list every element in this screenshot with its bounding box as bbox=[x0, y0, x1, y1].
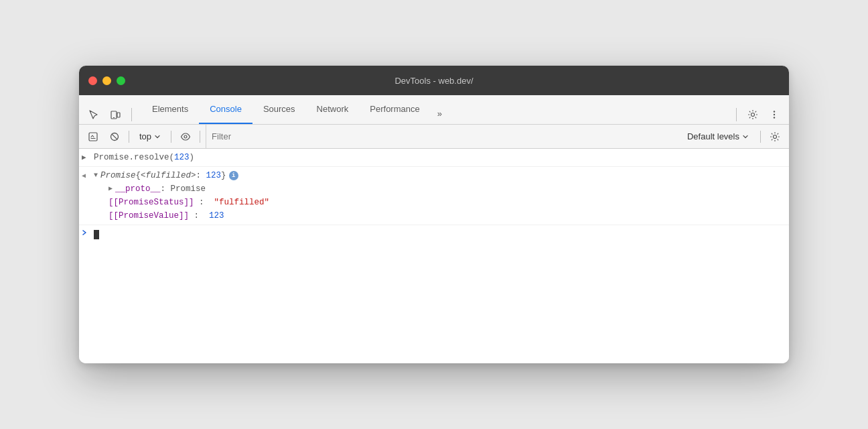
tabs: Elements Console Sources Network Perform… bbox=[141, 95, 449, 124]
console-content: ▶ Promise.resolve(123) ◀ ▼ Promise { <fu… bbox=[79, 149, 789, 363]
proto-key: __proto__ bbox=[115, 182, 161, 196]
expression-text: Promise.resolve(123) bbox=[94, 153, 194, 162]
promise-brace-open: { bbox=[136, 169, 141, 182]
svg-point-12 bbox=[774, 135, 777, 138]
proto-value: Promise bbox=[171, 182, 206, 196]
vertical-dots-icon bbox=[769, 109, 780, 120]
expression-arrow[interactable]: ▶ bbox=[82, 151, 94, 164]
svg-rect-1 bbox=[117, 113, 120, 117]
tab-elements[interactable]: Elements bbox=[141, 95, 199, 124]
console-separator-2 bbox=[171, 131, 171, 143]
tabbar-right-icons bbox=[732, 105, 784, 124]
promise-status-key: [[PromiseStatus]] bbox=[108, 198, 194, 207]
settings-button[interactable] bbox=[743, 105, 762, 124]
eye-button[interactable] bbox=[177, 128, 194, 145]
tab-performance[interactable]: Performance bbox=[359, 95, 430, 124]
promise-header: ▼ Promise { <fulfilled> : 123 } i bbox=[94, 169, 784, 182]
promise-colon: : bbox=[196, 169, 206, 182]
titlebar: DevTools - web.dev/ bbox=[79, 66, 789, 95]
svg-point-3 bbox=[751, 113, 755, 117]
execute-script-button[interactable] bbox=[84, 128, 102, 145]
filter-input-wrap bbox=[206, 125, 677, 148]
ban-icon bbox=[109, 131, 120, 142]
traffic-lights bbox=[88, 76, 125, 85]
console-separator-4 bbox=[760, 131, 761, 143]
gear-icon bbox=[747, 109, 758, 120]
chevron-down-icon bbox=[154, 133, 161, 140]
proto-arrow[interactable]: ▶ bbox=[108, 184, 113, 194]
eye-icon bbox=[180, 131, 191, 142]
default-levels-button[interactable]: Default levels bbox=[681, 129, 755, 143]
console-separator-1 bbox=[129, 131, 129, 143]
expression-number: 123 bbox=[174, 153, 190, 162]
maximize-button[interactable] bbox=[117, 76, 125, 85]
console-toolbar: top Default levels bbox=[79, 125, 789, 149]
device-toolbar-button[interactable] bbox=[106, 105, 125, 124]
promise-value: 123 bbox=[206, 169, 222, 182]
promise-value-row: [[PromiseValue]] : 123 bbox=[94, 209, 784, 223]
console-cursor bbox=[94, 230, 99, 239]
inspect-element-button[interactable] bbox=[84, 105, 103, 124]
promise-status-value: "fulfilled" bbox=[214, 198, 270, 207]
clear-console-button[interactable] bbox=[106, 128, 123, 145]
tab-sources[interactable]: Sources bbox=[252, 95, 306, 124]
console-row-expression: ▶ Promise.resolve(123) bbox=[79, 149, 789, 167]
more-options-button[interactable] bbox=[765, 105, 784, 124]
toolbar-separator bbox=[736, 108, 737, 121]
expand-arrow[interactable]: ▼ bbox=[94, 170, 98, 181]
tabbar: Elements Console Sources Network Perform… bbox=[79, 95, 789, 125]
console-prompt bbox=[82, 228, 90, 242]
filter-input[interactable] bbox=[212, 131, 672, 141]
promise-status-sep: : bbox=[199, 198, 209, 207]
context-selector[interactable]: top bbox=[135, 129, 165, 143]
expression-content: Promise.resolve(123) bbox=[94, 151, 784, 164]
svg-point-11 bbox=[184, 135, 187, 138]
proto-sep: : bbox=[161, 182, 171, 196]
promise-value-num: 123 bbox=[209, 211, 224, 221]
proto-row: ▶ __proto__ : Promise bbox=[94, 182, 784, 196]
svg-point-5 bbox=[774, 114, 775, 115]
promise-value-key: [[PromiseValue]] bbox=[108, 211, 189, 221]
svg-point-4 bbox=[774, 111, 775, 112]
tab-console[interactable]: Console bbox=[199, 95, 252, 124]
promise-fulfilled-key: <fulfilled> bbox=[141, 169, 196, 182]
svg-line-10 bbox=[112, 134, 117, 139]
result-arrow[interactable]: ◀ bbox=[82, 169, 94, 182]
console-row-result: ◀ ▼ Promise { <fulfilled> : 123 } i ▶ __… bbox=[79, 167, 789, 225]
promise-brace-close: } bbox=[221, 169, 226, 182]
promise-value-sep: : bbox=[194, 211, 204, 221]
device-icon bbox=[110, 109, 121, 120]
minimize-button[interactable] bbox=[102, 76, 111, 85]
chevron-down-icon-2 bbox=[742, 133, 749, 140]
close-button[interactable] bbox=[88, 76, 97, 85]
tab-more[interactable]: » bbox=[431, 103, 449, 124]
promise-label: Promise bbox=[100, 169, 136, 182]
console-settings-button[interactable] bbox=[766, 128, 784, 145]
prompt-icon bbox=[82, 229, 90, 237]
console-separator-3 bbox=[200, 131, 200, 143]
window-title: DevTools - web.dev/ bbox=[394, 76, 473, 86]
svg-point-6 bbox=[774, 117, 775, 118]
info-badge[interactable]: i bbox=[229, 171, 238, 180]
tab-network[interactable]: Network bbox=[306, 95, 360, 124]
result-content: ▼ Promise { <fulfilled> : 123 } i ▶ __pr… bbox=[94, 169, 784, 223]
execute-icon bbox=[88, 131, 98, 142]
tabbar-left-icons bbox=[84, 105, 136, 124]
devtools-window: DevTools - web.dev/ Elements bbox=[79, 66, 789, 363]
promise-status-row: [[PromiseStatus]] : "fulfilled" bbox=[94, 196, 784, 209]
cursor-icon bbox=[88, 109, 99, 120]
console-input-row[interactable] bbox=[79, 225, 789, 245]
tab-divider bbox=[131, 108, 132, 121]
console-gear-icon bbox=[770, 131, 780, 142]
